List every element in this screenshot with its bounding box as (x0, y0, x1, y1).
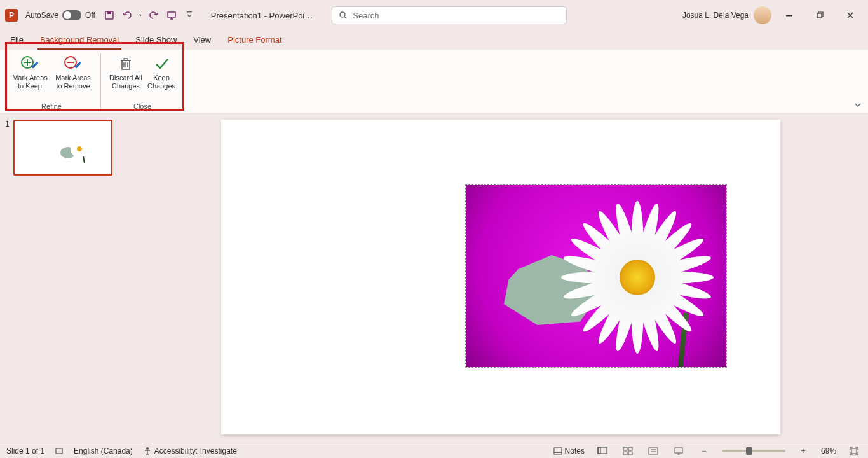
document-title: Presentation1 - PowerPoi… (211, 11, 313, 20)
thumbnail-preview (58, 137, 93, 163)
minimize-icon (785, 11, 793, 19)
restore-button[interactable] (807, 6, 832, 24)
undo-button[interactable] (119, 8, 135, 23)
svg-rect-23 (623, 447, 627, 450)
svg-rect-26 (628, 452, 632, 455)
flower-image (548, 188, 726, 366)
undo-icon (122, 10, 132, 20)
svg-rect-29 (851, 448, 857, 454)
close-icon (846, 11, 854, 19)
zoom-in-button[interactable]: + (796, 445, 811, 457)
collapse-ribbon-button[interactable] (854, 101, 862, 109)
language-status[interactable]: English (Canada) (74, 447, 133, 455)
save-icon (104, 10, 114, 20)
save-button[interactable] (102, 8, 117, 23)
slide-counter[interactable]: Slide 1 of 1 (6, 447, 44, 455)
svg-rect-20 (554, 452, 562, 454)
customize-icon (186, 11, 193, 20)
minus-pencil-icon (63, 55, 83, 73)
tab-file[interactable]: File (8, 31, 26, 50)
svg-point-16 (77, 146, 82, 151)
svg-rect-1 (107, 11, 111, 14)
svg-rect-21 (598, 447, 607, 454)
refine-group-label: Refine (41, 102, 62, 110)
svg-rect-5 (786, 15, 792, 17)
svg-point-4 (340, 12, 345, 17)
present-from-start-button[interactable] (164, 8, 179, 23)
spellcheck-icon[interactable] (55, 447, 64, 455)
ribbon: Mark Areas to Keep Mark Areas to Remove … (0, 50, 868, 113)
title-bar: P AutoSave Off Presentation1 - PowerPoi…… (0, 0, 868, 31)
user-name: Josua L. Dela Vega (682, 11, 749, 20)
zoom-slider[interactable] (722, 450, 785, 452)
chevron-down-icon (138, 13, 143, 18)
chevron-down-icon (854, 101, 862, 109)
tab-picture-format[interactable]: Picture Format (225, 31, 284, 50)
svg-rect-28 (675, 448, 682, 453)
close-group-label: Close (133, 102, 151, 110)
keep-changes-button[interactable]: Keep Changes (146, 52, 177, 101)
slide-thumbnail-panel[interactable]: 1 (0, 113, 133, 443)
tab-background-removal[interactable]: Background Removal (37, 31, 121, 50)
thumbnail-item[interactable]: 1 (5, 120, 133, 176)
zoom-slider-thumb[interactable] (746, 447, 752, 455)
user-avatar[interactable] (754, 6, 771, 24)
ribbon-group-refine: Mark Areas to Keep Mark Areas to Remove … (5, 50, 98, 113)
restore-icon (816, 11, 824, 19)
search-icon (339, 11, 348, 20)
slide-canvas[interactable] (221, 120, 780, 434)
ribbon-tabs: File Background Removal Slide Show View … (0, 31, 868, 50)
close-window-button[interactable] (837, 6, 863, 24)
keep-label: Keep Changes (147, 74, 176, 90)
tab-view[interactable]: View (191, 31, 214, 50)
svg-rect-3 (187, 11, 192, 13)
mark-keep-label: Mark Areas to Keep (10, 74, 50, 90)
slide-editor-area[interactable] (133, 113, 868, 443)
autosave-label: AutoSave (25, 11, 58, 20)
reading-view-button[interactable] (646, 445, 661, 457)
sorter-icon (623, 447, 633, 455)
notes-button[interactable]: Notes (553, 447, 585, 455)
ribbon-group-close: Discard All Changes Keep Changes Close (104, 50, 181, 113)
svg-rect-27 (649, 448, 658, 454)
tab-slide-show[interactable]: Slide Show (133, 31, 179, 50)
ribbon-separator (100, 53, 101, 109)
redo-icon (149, 10, 159, 20)
slide-thumbnail[interactable] (13, 120, 112, 176)
svg-rect-2 (168, 12, 175, 17)
minimize-button[interactable] (776, 6, 802, 24)
svg-rect-25 (623, 452, 627, 455)
autosave-toggle[interactable]: AutoSave Off (25, 10, 95, 20)
plus-pencil-icon (20, 55, 40, 73)
autosave-state: Off (85, 11, 95, 20)
present-icon (166, 10, 177, 20)
slideshow-view-button[interactable] (671, 445, 686, 457)
svg-rect-19 (554, 448, 562, 452)
mark-remove-label: Mark Areas to Remove (53, 74, 93, 90)
toggle-switch[interactable] (62, 10, 81, 20)
zoom-out-button[interactable]: − (696, 445, 712, 457)
search-input[interactable] (353, 11, 560, 20)
discard-changes-button[interactable]: Discard All Changes (107, 52, 144, 101)
discard-label: Discard All Changes (109, 74, 143, 90)
selected-picture[interactable] (465, 184, 727, 368)
redo-button[interactable] (146, 8, 161, 23)
customize-qat-button[interactable] (182, 8, 197, 23)
search-box[interactable] (332, 6, 567, 24)
app-icon: P (5, 9, 18, 22)
reading-icon (648, 447, 658, 455)
zoom-level[interactable]: 69% (821, 447, 836, 455)
accessibility-status[interactable]: Accessibility: Investigate (143, 447, 237, 455)
mark-areas-remove-button[interactable]: Mark Areas to Remove (52, 52, 94, 101)
undo-dropdown[interactable] (137, 8, 144, 23)
trash-icon (116, 55, 136, 73)
fit-to-window-button[interactable] (846, 445, 862, 457)
notes-icon (553, 447, 562, 455)
picture-background-removal-preview (466, 185, 726, 367)
thumbnail-number: 1 (5, 120, 10, 176)
fit-icon (850, 447, 858, 455)
normal-view-button[interactable] (595, 445, 610, 457)
normal-view-icon (597, 447, 607, 455)
slide-sorter-view-button[interactable] (620, 445, 635, 457)
mark-areas-keep-button[interactable]: Mark Areas to Keep (9, 52, 51, 101)
